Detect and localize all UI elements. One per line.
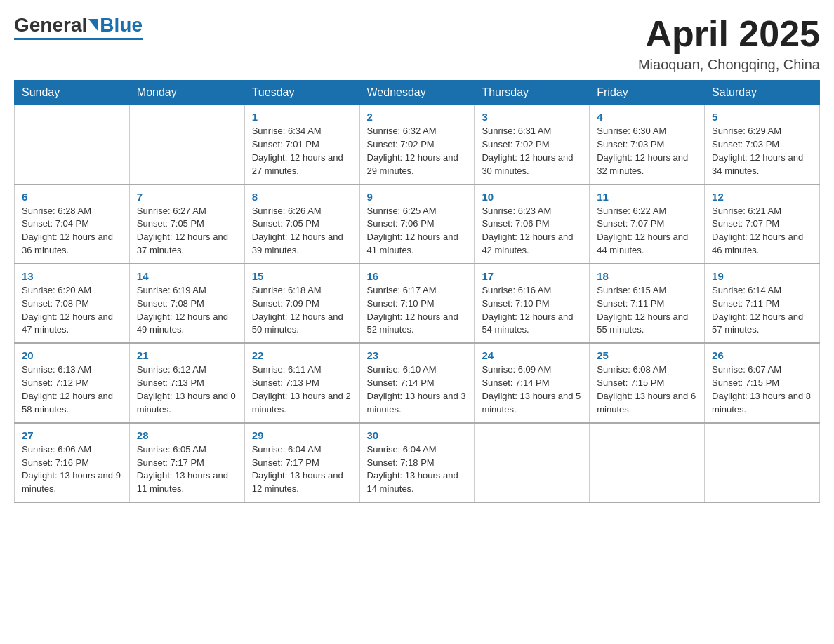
- calendar-cell: 2Sunrise: 6:32 AMSunset: 7:02 PMDaylight…: [359, 105, 475, 185]
- day-info: Sunrise: 6:20 AMSunset: 7:08 PMDaylight:…: [22, 284, 122, 337]
- day-info: Sunrise: 6:16 AMSunset: 7:10 PMDaylight:…: [482, 284, 582, 337]
- calendar-cell: 18Sunrise: 6:15 AMSunset: 7:11 PMDayligh…: [590, 264, 705, 343]
- day-number: 2: [367, 111, 468, 123]
- calendar-cell: 10Sunrise: 6:23 AMSunset: 7:06 PMDayligh…: [475, 185, 590, 264]
- day-number: 28: [137, 429, 237, 441]
- title-section: April 2025 Miaoquan, Chongqing, China: [638, 14, 820, 73]
- day-number: 6: [22, 191, 122, 203]
- calendar-week-row: 1Sunrise: 6:34 AMSunset: 7:01 PMDaylight…: [15, 105, 820, 185]
- day-info: Sunrise: 6:15 AMSunset: 7:11 PMDaylight:…: [597, 284, 697, 337]
- calendar-cell: 25Sunrise: 6:08 AMSunset: 7:15 PMDayligh…: [590, 343, 705, 422]
- calendar-cell: [15, 105, 130, 185]
- day-info: Sunrise: 6:26 AMSunset: 7:05 PMDaylight:…: [252, 205, 352, 257]
- day-info: Sunrise: 6:19 AMSunset: 7:08 PMDaylight:…: [137, 284, 237, 337]
- day-info: Sunrise: 6:13 AMSunset: 7:12 PMDaylight:…: [22, 363, 122, 416]
- day-number: 27: [22, 429, 122, 441]
- day-info: Sunrise: 6:08 AMSunset: 7:15 PMDaylight:…: [597, 363, 697, 416]
- day-number: 21: [137, 349, 237, 361]
- day-info: Sunrise: 6:12 AMSunset: 7:13 PMDaylight:…: [137, 363, 237, 416]
- calendar-week-row: 6Sunrise: 6:28 AMSunset: 7:04 PMDaylight…: [15, 185, 820, 264]
- calendar-cell: 29Sunrise: 6:04 AMSunset: 7:17 PMDayligh…: [244, 423, 359, 502]
- calendar-cell: 20Sunrise: 6:13 AMSunset: 7:12 PMDayligh…: [15, 343, 130, 422]
- day-number: 30: [367, 429, 468, 441]
- calendar-cell: 12Sunrise: 6:21 AMSunset: 7:07 PMDayligh…: [705, 185, 820, 264]
- day-number: 12: [712, 191, 812, 203]
- calendar-cell: 16Sunrise: 6:17 AMSunset: 7:10 PMDayligh…: [359, 264, 475, 343]
- day-info: Sunrise: 6:17 AMSunset: 7:10 PMDaylight:…: [367, 284, 468, 337]
- calendar-cell: [705, 423, 820, 502]
- day-number: 11: [597, 191, 697, 203]
- calendar-cell: [475, 423, 590, 502]
- day-number: 15: [252, 270, 352, 282]
- calendar-cell: 21Sunrise: 6:12 AMSunset: 7:13 PMDayligh…: [129, 343, 244, 422]
- calendar-cell: 14Sunrise: 6:19 AMSunset: 7:08 PMDayligh…: [129, 264, 244, 343]
- logo: General Blue: [14, 14, 143, 40]
- calendar-week-row: 20Sunrise: 6:13 AMSunset: 7:12 PMDayligh…: [15, 343, 820, 422]
- logo-general-text: General: [14, 14, 87, 36]
- calendar-cell: 9Sunrise: 6:25 AMSunset: 7:06 PMDaylight…: [359, 185, 475, 264]
- day-info: Sunrise: 6:21 AMSunset: 7:07 PMDaylight:…: [712, 205, 812, 257]
- calendar-cell: 30Sunrise: 6:04 AMSunset: 7:18 PMDayligh…: [359, 423, 475, 502]
- day-number: 8: [252, 191, 352, 203]
- day-header-tuesday: Tuesday: [244, 81, 359, 105]
- calendar-week-row: 13Sunrise: 6:20 AMSunset: 7:08 PMDayligh…: [15, 264, 820, 343]
- day-info: Sunrise: 6:07 AMSunset: 7:15 PMDaylight:…: [712, 363, 812, 416]
- day-info: Sunrise: 6:28 AMSunset: 7:04 PMDaylight:…: [22, 205, 122, 257]
- calendar-cell: 7Sunrise: 6:27 AMSunset: 7:05 PMDaylight…: [129, 185, 244, 264]
- calendar-cell: 5Sunrise: 6:29 AMSunset: 7:03 PMDaylight…: [705, 105, 820, 185]
- day-info: Sunrise: 6:05 AMSunset: 7:17 PMDaylight:…: [137, 443, 237, 496]
- calendar-week-row: 27Sunrise: 6:06 AMSunset: 7:16 PMDayligh…: [15, 423, 820, 502]
- day-number: 10: [482, 191, 582, 203]
- logo-arrow-icon: [88, 19, 98, 32]
- calendar-cell: 22Sunrise: 6:11 AMSunset: 7:13 PMDayligh…: [244, 343, 359, 422]
- calendar-cell: [590, 423, 705, 502]
- day-number: 29: [252, 429, 352, 441]
- logo-blue-text: Blue: [100, 14, 143, 36]
- day-info: Sunrise: 6:09 AMSunset: 7:14 PMDaylight:…: [482, 363, 582, 416]
- day-info: Sunrise: 6:32 AMSunset: 7:02 PMDaylight:…: [367, 125, 468, 177]
- day-number: 9: [367, 191, 468, 203]
- day-info: Sunrise: 6:04 AMSunset: 7:17 PMDaylight:…: [252, 443, 352, 496]
- day-header-thursday: Thursday: [475, 81, 590, 105]
- location-subtitle: Miaoquan, Chongqing, China: [638, 57, 820, 73]
- calendar-cell: 3Sunrise: 6:31 AMSunset: 7:02 PMDaylight…: [475, 105, 590, 185]
- day-info: Sunrise: 6:34 AMSunset: 7:01 PMDaylight:…: [252, 125, 352, 177]
- calendar-cell: 26Sunrise: 6:07 AMSunset: 7:15 PMDayligh…: [705, 343, 820, 422]
- day-info: Sunrise: 6:27 AMSunset: 7:05 PMDaylight:…: [137, 205, 237, 257]
- calendar-cell: 13Sunrise: 6:20 AMSunset: 7:08 PMDayligh…: [15, 264, 130, 343]
- day-header-monday: Monday: [129, 81, 244, 105]
- calendar-cell: 6Sunrise: 6:28 AMSunset: 7:04 PMDaylight…: [15, 185, 130, 264]
- day-number: 18: [597, 270, 697, 282]
- calendar-cell: 4Sunrise: 6:30 AMSunset: 7:03 PMDaylight…: [590, 105, 705, 185]
- day-number: 22: [252, 349, 352, 361]
- calendar-cell: 8Sunrise: 6:26 AMSunset: 7:05 PMDaylight…: [244, 185, 359, 264]
- day-info: Sunrise: 6:25 AMSunset: 7:06 PMDaylight:…: [367, 205, 468, 257]
- calendar-cell: 11Sunrise: 6:22 AMSunset: 7:07 PMDayligh…: [590, 185, 705, 264]
- day-info: Sunrise: 6:04 AMSunset: 7:18 PMDaylight:…: [367, 443, 468, 496]
- day-info: Sunrise: 6:31 AMSunset: 7:02 PMDaylight:…: [482, 125, 582, 177]
- calendar-header-row: SundayMondayTuesdayWednesdayThursdayFrid…: [15, 81, 820, 105]
- calendar-table: SundayMondayTuesdayWednesdayThursdayFrid…: [14, 80, 820, 503]
- day-info: Sunrise: 6:10 AMSunset: 7:14 PMDaylight:…: [367, 363, 468, 416]
- day-number: 14: [137, 270, 237, 282]
- day-number: 25: [597, 349, 697, 361]
- day-header-sunday: Sunday: [15, 81, 130, 105]
- day-info: Sunrise: 6:22 AMSunset: 7:07 PMDaylight:…: [597, 205, 697, 257]
- day-number: 23: [367, 349, 468, 361]
- day-number: 4: [597, 111, 697, 123]
- day-header-wednesday: Wednesday: [359, 81, 475, 105]
- day-number: 5: [712, 111, 812, 123]
- day-number: 7: [137, 191, 237, 203]
- logo-underline: [14, 38, 143, 40]
- day-number: 20: [22, 349, 122, 361]
- day-info: Sunrise: 6:30 AMSunset: 7:03 PMDaylight:…: [597, 125, 697, 177]
- day-number: 19: [712, 270, 812, 282]
- day-info: Sunrise: 6:11 AMSunset: 7:13 PMDaylight:…: [252, 363, 352, 416]
- day-number: 17: [482, 270, 582, 282]
- day-header-saturday: Saturday: [705, 81, 820, 105]
- day-number: 24: [482, 349, 582, 361]
- calendar-cell: [129, 105, 244, 185]
- calendar-cell: 1Sunrise: 6:34 AMSunset: 7:01 PMDaylight…: [244, 105, 359, 185]
- calendar-cell: 15Sunrise: 6:18 AMSunset: 7:09 PMDayligh…: [244, 264, 359, 343]
- day-number: 1: [252, 111, 352, 123]
